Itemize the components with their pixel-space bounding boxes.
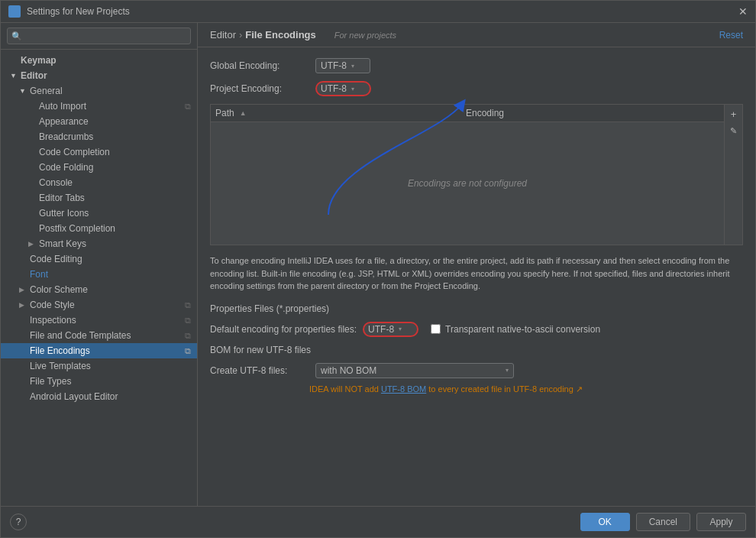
utf8-bom-link[interactable]: UTF-8 BOM <box>381 384 426 394</box>
sidebar-item-code-style[interactable]: ▶ Code Style ⧉ <box>1 297 197 313</box>
search-wrapper: 🔍 <box>7 28 191 44</box>
sort-arrow-icon: ▲ <box>240 109 247 117</box>
close-button[interactable]: ✕ <box>738 6 748 17</box>
project-encoding-select[interactable]: UTF-8 ▾ <box>315 81 371 96</box>
bom-row: Create UTF-8 files: with NO BOM ▾ <box>210 363 743 378</box>
dropdown-arrow-icon: ▾ <box>351 86 354 92</box>
sidebar-item-keymap[interactable]: Keymap <box>1 53 197 68</box>
sidebar-item-inspections[interactable]: Inspections ⧉ <box>1 313 197 328</box>
sidebar-item-color-scheme[interactable]: ▶ Color Scheme <box>1 282 197 297</box>
copy-icon: ⧉ <box>185 316 191 326</box>
sidebar-item-file-code-templates[interactable]: File and Code Templates ⧉ <box>1 328 197 343</box>
search-icon: 🔍 <box>11 31 22 41</box>
reset-button[interactable]: Reset <box>719 30 743 41</box>
bom-select[interactable]: with NO BOM ▾ <box>315 363 514 378</box>
cancel-button[interactable]: Cancel <box>636 513 690 531</box>
table-col-encoding: Encoding <box>460 108 719 118</box>
transparent-label: Transparent native-to-ascii conversion <box>445 324 600 335</box>
dropdown-arrow-icon: ▾ <box>506 367 509 374</box>
sidebar-item-label: Auto Import <box>39 101 182 112</box>
sidebar-item-label: File and Code Templates <box>30 330 182 341</box>
sidebar-item-label: Appearance <box>39 116 191 127</box>
default-encoding-select[interactable]: UTF-8 ▾ <box>363 322 418 337</box>
project-encoding-row: Project Encoding: UTF-8 ▾ <box>210 81 743 96</box>
sidebar-item-label: Code Completion <box>39 147 191 157</box>
copy-icon: ⧉ <box>185 300 191 310</box>
sidebar-item-label: Android Layout Editor <box>30 391 191 402</box>
dropdown-arrow-icon: ▾ <box>351 63 354 70</box>
sidebar-item-editor-tabs[interactable]: Editor Tabs <box>1 190 197 206</box>
sidebar-item-label: Editor <box>21 70 191 81</box>
sidebar-item-label: Editor Tabs <box>39 193 191 203</box>
global-encoding-select[interactable]: UTF-8 ▾ <box>315 58 370 73</box>
default-encoding-label: Default encoding for properties files: <box>210 324 357 335</box>
add-encoding-button[interactable]: + <box>726 106 741 122</box>
sidebar-item-label: Console <box>39 177 191 188</box>
context-label: For new projects <box>334 31 396 40</box>
sidebar-item-gutter-icons[interactable]: Gutter Icons <box>1 206 197 221</box>
bom-note: IDEA will NOT add UTF-8 BOM to every cre… <box>309 384 743 394</box>
default-encoding-value: UTF-8 <box>368 324 394 335</box>
title-bar: Settings for New Projects ✕ <box>1 1 755 23</box>
sidebar-item-font[interactable]: Font <box>1 267 197 282</box>
sidebar-item-editor[interactable]: ▼ Editor <box>1 68 197 83</box>
sidebar-item-label: File Encodings <box>30 345 182 356</box>
global-encoding-label: Global Encoding: <box>210 60 309 71</box>
settings-tree: Keymap ▼ Editor ▼ General Auto Import ⧉ <box>1 50 197 506</box>
breadcrumb-current: File Encodings <box>245 29 315 41</box>
sidebar-item-breadcrumbs[interactable]: Breadcrumbs <box>1 129 197 144</box>
sidebar: 🔍 Keymap ▼ Editor ▼ General <box>1 23 198 506</box>
sidebar-item-file-encodings[interactable]: File Encodings ⧉ <box>1 343 197 358</box>
sidebar-item-appearance[interactable]: Appearance <box>1 114 197 129</box>
sidebar-item-console[interactable]: Console <box>1 175 197 190</box>
apply-button[interactable]: Apply <box>696 513 746 531</box>
sidebar-item-label: Postfix Completion <box>39 223 191 234</box>
sidebar-item-code-folding[interactable]: Code Folding <box>1 160 197 175</box>
edit-encoding-button[interactable]: ✎ <box>726 123 741 138</box>
sidebar-item-android-layout-editor[interactable]: Android Layout Editor <box>1 389 197 404</box>
sidebar-item-code-completion[interactable]: Code Completion <box>1 144 197 160</box>
table-section: Path ▲ Encoding Encodings are not config… <box>210 104 743 245</box>
sidebar-item-general[interactable]: ▼ General <box>1 83 197 99</box>
table-body: Encodings are not configured <box>211 122 724 245</box>
main-panel: Editor › File Encodings For new projects… <box>198 23 755 506</box>
bottom-bar: ? OK Cancel Apply <box>1 506 755 537</box>
tree-arrow-open: ▼ <box>19 87 27 95</box>
tree-arrow: ▶ <box>19 286 27 293</box>
info-text: To change encoding IntelliJ IDEA uses fo… <box>210 254 743 293</box>
transparent-checkbox[interactable] <box>431 324 441 334</box>
breadcrumb: Editor › File Encodings <box>210 29 316 41</box>
copy-icon: ⧉ <box>185 102 191 112</box>
search-input[interactable] <box>7 28 191 44</box>
sidebar-item-label: Code Style <box>30 300 182 310</box>
sidebar-item-label: Smart Keys <box>39 238 191 249</box>
sidebar-item-label: Code Editing <box>30 254 191 264</box>
settings-dialog: Settings for New Projects ✕ 🔍 Keymap ▼ E… <box>0 0 756 538</box>
sidebar-item-smart-keys[interactable]: ▶ Smart Keys <box>1 236 197 251</box>
sidebar-item-postfix-completion[interactable]: Postfix Completion <box>1 221 197 236</box>
sidebar-item-code-editing[interactable]: Code Editing <box>1 251 197 267</box>
sidebar-item-live-templates[interactable]: Live Templates <box>1 358 197 374</box>
sidebar-item-auto-import[interactable]: Auto Import ⧉ <box>1 99 197 114</box>
sidebar-item-label: General <box>30 86 191 96</box>
default-encoding-row: Default encoding for properties files: U… <box>210 322 743 337</box>
encoding-table: Path ▲ Encoding Encodings are not config… <box>210 104 743 245</box>
ok-button[interactable]: OK <box>580 513 630 531</box>
transparent-checkbox-row: Transparent native-to-ascii conversion <box>431 324 600 335</box>
breadcrumb-separator: › <box>239 29 242 41</box>
sidebar-item-label: Keymap <box>21 55 191 66</box>
copy-icon: ⧉ <box>185 346 191 356</box>
sidebar-item-label: Gutter Icons <box>39 208 191 219</box>
sidebar-item-file-types[interactable]: File Types <box>1 374 197 389</box>
help-button[interactable]: ? <box>10 514 27 530</box>
project-encoding-value: UTF-8 <box>321 83 347 94</box>
main-header: Editor › File Encodings For new projects… <box>198 23 755 47</box>
tree-arrow: ▶ <box>28 240 36 248</box>
dropdown-arrow-icon: ▾ <box>399 326 402 332</box>
main-content: Global Encoding: UTF-8 ▾ Project Encodin… <box>198 47 755 506</box>
table-header: Path ▲ Encoding <box>211 105 724 122</box>
sidebar-item-label: Color Scheme <box>30 284 191 295</box>
sidebar-item-label: Font <box>30 269 191 280</box>
search-box: 🔍 <box>1 23 197 50</box>
bom-value: with NO BOM <box>321 365 376 376</box>
